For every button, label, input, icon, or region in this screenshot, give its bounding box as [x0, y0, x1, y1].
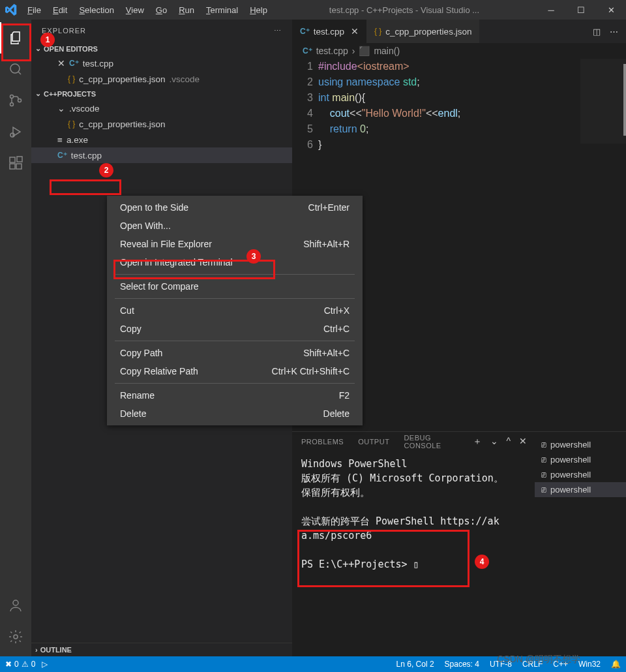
maximize-button[interactable]: ☐	[566, 0, 596, 20]
panel-tab-problems[interactable]: PROBLEMS	[301, 438, 344, 446]
main-menu: File Edit Selection View Go Run Terminal…	[22, 3, 273, 18]
terminal-item[interactable]: ⎚powershell	[535, 482, 626, 497]
tab-json[interactable]: { } c_cpp_properties.json	[366, 20, 479, 43]
ctx-open-to-the-side[interactable]: Open to the SideCtrl+Enter	[107, 198, 363, 217]
debug-icon[interactable]	[0, 116, 31, 147]
search-icon[interactable]	[0, 53, 31, 85]
open-editors-header[interactable]: ⌄ OPEN EDITORS	[31, 42, 292, 55]
svg-point-0	[10, 64, 20, 73]
minimap[interactable]	[580, 59, 626, 144]
open-editor-item[interactable]: ✕ C⁺ test.cpp	[31, 55, 292, 71]
tree-item-vscode[interactable]: ⌄.vscode	[31, 100, 292, 116]
panel-tab-output[interactable]: OUTPUT	[358, 438, 389, 446]
ctx-open-with-[interactable]: Open With...	[107, 217, 363, 235]
annotation-4: 4	[475, 555, 489, 569]
terminal-item[interactable]: ⎚powershell	[535, 452, 626, 467]
menu-edit[interactable]: Edit	[48, 3, 72, 18]
menu-go[interactable]: Go	[151, 3, 172, 18]
open-editor-item[interactable]: { } c_cpp_properties.json .vscode	[31, 71, 292, 87]
panel-tab-debug-console[interactable]: DEBUG CONSOLE	[404, 434, 458, 450]
ctx-rename[interactable]: RenameF2	[107, 386, 363, 405]
close-icon[interactable]: ✕	[57, 58, 65, 69]
menu-help[interactable]: Help	[245, 3, 273, 18]
status-bell-icon[interactable]: 🔔	[611, 660, 621, 669]
new-terminal-icon[interactable]: ＋	[473, 436, 483, 448]
status-spaces[interactable]: Spaces: 4	[445, 660, 479, 669]
status-ln-col[interactable]: Ln 6, Col 2	[396, 660, 434, 669]
close-button[interactable]: ✕	[596, 0, 626, 20]
editor-tabs: C⁺ test.cpp ✕ { } c_cpp_properties.json …	[292, 20, 626, 43]
bottom-panel: PROBLEMS OUTPUT DEBUG CONSOLE ＋ ⌄ ^ ✕ Wi…	[292, 431, 626, 656]
chevron-down-icon: ⌄	[35, 89, 41, 98]
cube-icon: ⬛	[359, 46, 370, 56]
chevron-right-icon: ›	[352, 46, 355, 56]
status-errors[interactable]: ✖ 0 ⚠ 0	[5, 660, 35, 669]
source-control-icon[interactable]	[0, 85, 31, 116]
menu-run[interactable]: Run	[173, 3, 200, 18]
close-icon[interactable]: ✕	[351, 26, 359, 37]
annotation-2: 2	[99, 163, 113, 177]
ctx-select-for-compare[interactable]: Select for Compare	[107, 277, 363, 296]
project-header[interactable]: ⌄ C++PROJECTS	[31, 87, 292, 100]
ctx-cut[interactable]: CutCtrl+X	[107, 301, 363, 320]
sidebar-more-icon[interactable]: ⋯	[274, 27, 282, 35]
json-file-icon: { }	[68, 119, 75, 129]
split-editor-icon[interactable]: ◫	[593, 27, 601, 37]
menu-selection[interactable]: Selection	[74, 3, 119, 18]
status-run-icon[interactable]: ▷	[42, 660, 48, 669]
cpp-file-icon: C⁺	[303, 46, 312, 55]
context-menu: Open to the SideCtrl+EnterOpen With...Re…	[107, 196, 363, 425]
chevron-right-icon: ›	[35, 646, 38, 654]
svg-point-9	[13, 600, 18, 605]
terminal-icon: ⎚	[541, 485, 546, 495]
ctx-reveal-in-file-explorer[interactable]: Reveal in File ExplorerShift+Alt+R	[107, 235, 363, 253]
terminal-body[interactable]: Windows PowerShell 版权所有 (C) Microsoft Co…	[292, 451, 535, 656]
settings-gear-icon[interactable]	[0, 621, 31, 652]
svg-rect-5	[10, 157, 15, 162]
tab-test-cpp[interactable]: C⁺ test.cpp ✕	[292, 20, 366, 43]
terminal-item[interactable]: ⎚powershell	[535, 437, 626, 452]
extensions-icon[interactable]	[0, 147, 31, 179]
ctx-open-in-integrated-terminal[interactable]: Open in Integrated Terminal	[107, 253, 363, 271]
cpp-file-icon: C⁺	[57, 151, 67, 160]
tab-more-icon[interactable]: ⋯	[610, 27, 618, 37]
vscode-logo	[0, 4, 22, 16]
json-file-icon: { }	[68, 74, 75, 84]
watermark: CSDN @明明不想学	[497, 654, 580, 665]
annotation-1: 1	[40, 33, 55, 47]
menu-file[interactable]: File	[22, 3, 46, 18]
ctx-copy[interactable]: CopyCtrl+C	[107, 320, 363, 338]
json-file-icon: { }	[374, 27, 381, 36]
breadcrumb[interactable]: C⁺ test.cpp › ⬛ main()	[292, 43, 626, 59]
cpp-file-icon: C⁺	[300, 27, 310, 36]
svg-point-3	[18, 99, 22, 102]
tree-item-c_cpp_propertiesjson[interactable]: { }c_cpp_properties.json	[31, 116, 292, 132]
close-panel-icon[interactable]: ✕	[519, 436, 528, 448]
activity-bar	[0, 20, 31, 656]
terminal-icon: ⎚	[541, 455, 546, 465]
menu-view[interactable]: View	[121, 3, 149, 18]
ctx-delete[interactable]: DeleteDelete	[107, 405, 363, 423]
chevron-down-icon[interactable]: ⌄	[490, 436, 499, 448]
svg-point-4	[10, 133, 14, 137]
annotation-3: 3	[246, 249, 261, 264]
chevron-down-icon: ⌄	[35, 44, 41, 53]
ctx-copy-path[interactable]: Copy PathShift+Alt+C	[107, 344, 363, 362]
outline-header[interactable]: › OUTLINE	[31, 643, 292, 656]
file-icon: ≡	[57, 135, 63, 145]
account-icon[interactable]	[0, 590, 31, 621]
tree-item-testcpp[interactable]: C⁺test.cpp	[31, 147, 292, 163]
ctx-copy-relative-path[interactable]: Copy Relative PathCtrl+K Ctrl+Shift+C	[107, 362, 363, 380]
minimize-button[interactable]: ─	[536, 0, 566, 20]
status-os[interactable]: Win32	[578, 660, 601, 669]
tree-item-aexe[interactable]: ≡a.exe	[31, 132, 292, 147]
svg-rect-8	[17, 157, 22, 162]
cpp-file-icon: C⁺	[69, 59, 79, 68]
terminal-item[interactable]: ⎚powershell	[535, 467, 626, 482]
explorer-icon[interactable]	[0, 22, 31, 53]
svg-point-1	[10, 95, 14, 99]
maximize-panel-icon[interactable]: ^	[506, 436, 511, 448]
menu-terminal[interactable]: Terminal	[201, 3, 243, 18]
svg-rect-6	[10, 164, 15, 169]
svg-rect-7	[16, 164, 22, 169]
